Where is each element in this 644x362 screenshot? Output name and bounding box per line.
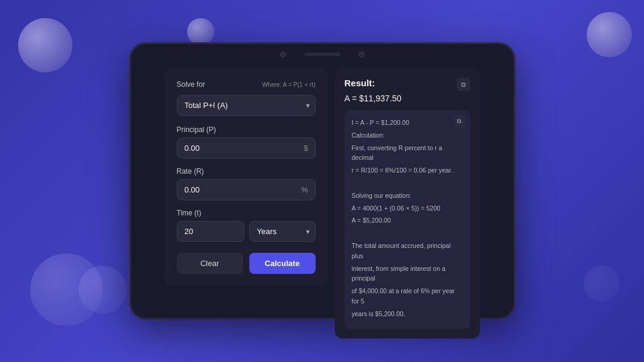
button-row: Clear Calculate	[177, 253, 316, 274]
copy-result-icon[interactable]: ⧉	[457, 78, 470, 91]
result-header: Result: ⧉	[345, 78, 470, 91]
detail-line-13: years is $5,200.00.	[352, 309, 463, 319]
principal-input-wrapper: $	[177, 138, 316, 159]
tablet-frame: Solve for Where: A = P(1 + rt) Total P+I…	[129, 42, 515, 320]
result-value: A = $11,937.50	[345, 94, 470, 103]
solve-for-header: Solve for Where: A = P(1 + rt)	[177, 80, 316, 89]
tablet-content: Solve for Where: A = P(1 + rt) Total P+I…	[131, 62, 514, 348]
result-detail-text: I = A - P = $1,200.00 Calculation: First…	[352, 118, 463, 319]
tablet-top-bar	[131, 44, 514, 62]
tablet-camera	[280, 51, 286, 57]
time-input-wrapper	[177, 221, 244, 242]
principal-suffix: $	[304, 144, 308, 153]
time-field-group: Time (t) Years Months Days ▾	[177, 209, 316, 242]
calculate-button[interactable]: Calculate	[249, 253, 316, 274]
time-row: Years Months Days ▾	[177, 221, 316, 242]
formula-label: Where: A = P(1 + rt)	[262, 81, 315, 88]
detail-line-10: The total amount accrued, principal plus	[352, 241, 463, 261]
solve-for-select-wrapper[interactable]: Total P+I (A) Principal (P) Rate (R) Tim…	[177, 95, 316, 116]
detail-line-7: A = 4000(1 + (0.06 × 5)) = 5200	[352, 203, 463, 214]
clear-button[interactable]: Clear	[177, 253, 243, 274]
rate-label: Rate (R)	[177, 167, 316, 176]
solve-for-select[interactable]: Total P+I (A) Principal (P) Rate (R) Tim…	[177, 95, 316, 116]
rate-input-wrapper: %	[177, 179, 316, 200]
principal-input[interactable]	[177, 138, 316, 159]
sphere-decoration-5	[78, 265, 127, 314]
result-panel: Result: ⧉ A = $11,937.50 ⧉ I = A - P = $…	[335, 68, 480, 338]
time-label: Time (t)	[177, 209, 316, 217]
rate-suffix: %	[301, 185, 308, 194]
detail-line-9	[352, 228, 463, 238]
detail-line-4: r = R/100 = 6%/100 = 0.06 per year.	[352, 165, 463, 176]
time-unit-select-wrapper[interactable]: Years Months Days ▾	[249, 221, 316, 242]
time-unit-select[interactable]: Years Months Days	[249, 221, 316, 242]
detail-line-8: A = $5,200.00	[352, 215, 463, 226]
detail-line-5	[352, 178, 463, 188]
copy-details-icon[interactable]: ⧉	[453, 115, 465, 127]
rate-input[interactable]	[177, 179, 316, 200]
sphere-decoration-6	[584, 265, 620, 302]
sphere-decoration-2	[187, 18, 214, 45]
result-title: Result:	[345, 78, 375, 88]
solve-for-label: Solve for	[177, 80, 205, 89]
detail-line-1: I = A - P = $1,200.00	[352, 118, 463, 128]
tablet-speaker	[304, 52, 340, 56]
result-details-box: ⧉ I = A - P = $1,200.00 Calculation: Fir…	[345, 110, 470, 329]
principal-label: Principal (P)	[177, 125, 316, 134]
detail-line-3: First, converting R percent to r a decim…	[352, 143, 463, 164]
detail-line-12: of $4,000.00 at a rate of 6% per year fo…	[352, 286, 463, 306]
detail-line-11: interest, from simple interest on a prin…	[352, 264, 463, 284]
detail-line-2: Calculation:	[352, 130, 463, 141]
rate-field-group: Rate (R) %	[177, 167, 316, 200]
sphere-decoration-1	[18, 18, 72, 72]
principal-field-group: Principal (P) $	[177, 125, 316, 159]
time-input[interactable]	[177, 221, 244, 242]
detail-line-6: Solving our equation:	[352, 191, 463, 201]
tablet-camera-right	[359, 51, 365, 57]
calculator-panel: Solve for Where: A = P(1 + rt) Total P+I…	[165, 68, 328, 286]
sphere-decoration-3	[587, 12, 632, 57]
